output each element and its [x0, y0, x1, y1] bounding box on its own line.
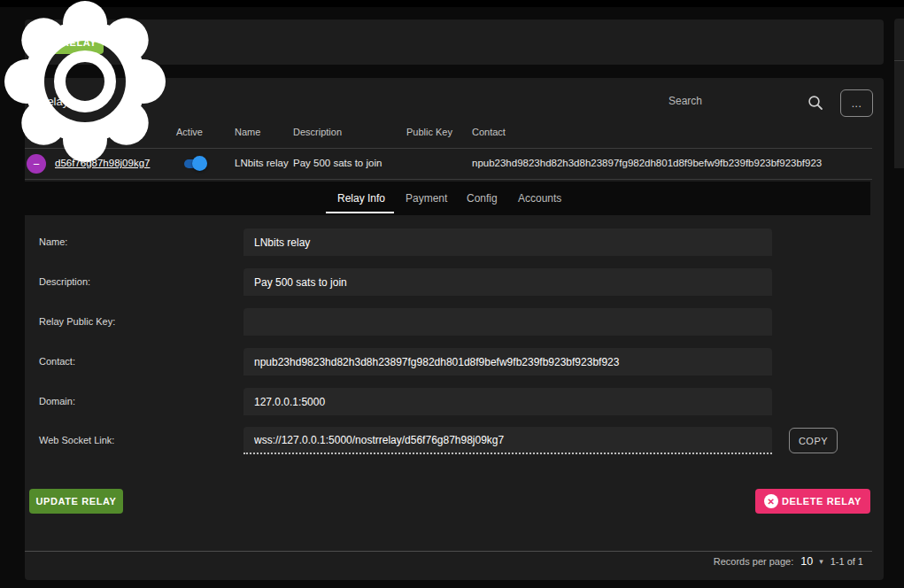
- contact-label: Contact:: [39, 356, 75, 367]
- pagination-divider: [25, 551, 872, 552]
- records-per-page-select[interactable]: 10 ▾: [800, 555, 823, 568]
- relay-public-key-label: Relay Public Key:: [39, 316, 115, 327]
- adjacent-card-divider: [894, 60, 904, 61]
- active-toggle[interactable]: [184, 159, 207, 168]
- pagination: Records per page: 10 ▾ 1-1 of 1: [714, 555, 863, 568]
- toggle-thumb: [192, 156, 207, 171]
- domain-label: Domain:: [39, 396, 75, 406]
- name-field[interactable]: [243, 228, 772, 256]
- search-input[interactable]: [668, 89, 801, 112]
- collapse-row-button[interactable]: −: [27, 154, 46, 174]
- tab-payment[interactable]: Payment: [406, 192, 447, 205]
- delete-relay-label: DELETE RELAY: [782, 496, 862, 507]
- column-header-description: Description: [293, 127, 342, 137]
- search-icon[interactable]: [807, 95, 823, 111]
- form-row-name: Name:: [25, 228, 872, 256]
- new-relay-button[interactable]: NEW RELAY: [27, 31, 104, 54]
- description-label: Description:: [39, 276, 90, 287]
- column-header-active: Active: [176, 127, 203, 137]
- contact-field[interactable]: [243, 348, 772, 375]
- tab-accounts[interactable]: Accounts: [518, 192, 561, 205]
- form-row-domain: Domain:: [25, 388, 872, 415]
- domain-field[interactable]: [243, 388, 772, 415]
- column-header-contact: Contact: [472, 127, 506, 137]
- form-row-web-socket-link: Web Socket Link:: [25, 427, 872, 454]
- update-relay-button[interactable]: UPDATE RELAY: [29, 489, 123, 514]
- pagination-range: 1-1 of 1: [831, 556, 863, 567]
- form-row-contact: Contact:: [25, 348, 872, 375]
- chevron-down-icon: ▾: [819, 557, 823, 566]
- column-header-name: Name: [235, 127, 260, 137]
- web-socket-link-label: Web Socket Link:: [39, 435, 114, 445]
- web-socket-link-field[interactable]: [243, 427, 772, 454]
- cancel-circle-icon: ✕: [764, 494, 778, 508]
- relays-card: Relays ... Active Name Description Publi…: [25, 78, 884, 580]
- detail-tabbar: Relay Info Payment Config Accounts: [25, 182, 870, 215]
- row-description-cell: Pay 500 sats to join: [293, 158, 382, 168]
- table-row-divider: [25, 179, 872, 180]
- relay-public-key-field[interactable]: [243, 308, 772, 336]
- column-header-public-key: Public Key: [406, 127, 452, 137]
- adjacent-card-edge: [894, 19, 904, 168]
- page-title: Relays: [39, 95, 74, 108]
- tab-config[interactable]: Config: [467, 192, 498, 205]
- records-per-page-label: Records per page:: [714, 556, 794, 567]
- top-window-bar: [0, 0, 904, 7]
- row-contact-cell: npub23hd9823hd82h3d8h23897fg982dh801d8f9…: [472, 158, 822, 168]
- records-per-page-value: 10: [800, 555, 813, 568]
- tab-relay-info[interactable]: Relay Info: [337, 192, 385, 205]
- search-field[interactable]: [668, 89, 801, 112]
- copy-button[interactable]: COPY: [789, 428, 838, 453]
- active-tab-indicator: [326, 212, 394, 213]
- table-header-divider: [25, 148, 872, 149]
- description-field[interactable]: [243, 268, 772, 296]
- delete-relay-button[interactable]: ✕ DELETE RELAY: [755, 489, 870, 514]
- table-options-button[interactable]: ...: [840, 89, 873, 117]
- row-name-cell: LNbits relay: [235, 158, 289, 168]
- form-row-description: Description:: [25, 268, 872, 296]
- new-relay-card: NEW RELAY: [25, 19, 884, 65]
- relay-id-link[interactable]: d56f76g87h98j09kg7: [55, 158, 150, 168]
- name-label: Name:: [39, 236, 67, 247]
- form-row-relay-public-key: Relay Public Key:: [25, 308, 872, 336]
